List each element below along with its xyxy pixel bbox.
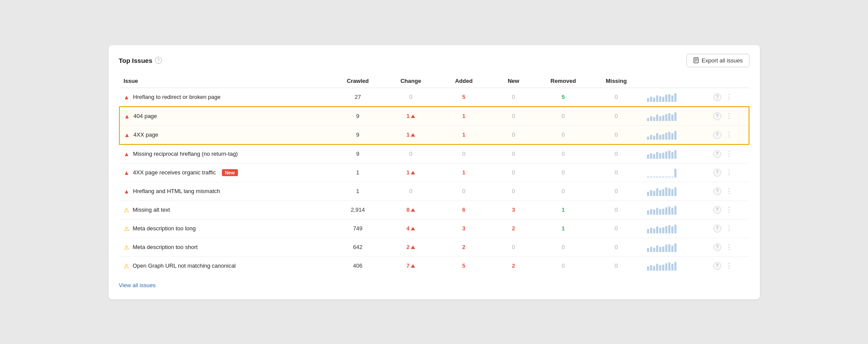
missing-cell: 0 <box>590 144 643 164</box>
removed-cell: 5 <box>537 88 590 107</box>
cell-value: 1 <box>462 169 465 176</box>
title-help-icon[interactable]: ? <box>155 57 162 64</box>
chart-bar <box>662 134 664 140</box>
col-issue: Issue <box>119 74 331 88</box>
chart-bar <box>674 93 677 102</box>
chart-bar <box>647 229 649 233</box>
chart-bar <box>662 177 664 177</box>
removed-cell: 0 <box>537 163 590 182</box>
chart-bar <box>668 113 670 121</box>
chart-bar <box>659 228 661 233</box>
cell-value: 0 <box>615 94 618 100</box>
missing-cell: 0 <box>590 163 643 182</box>
up-arrow-icon <box>411 227 415 230</box>
card-title: Top Issues <box>119 57 152 64</box>
crawled-value: 9 <box>356 113 359 119</box>
cell-value: 0 <box>615 131 618 138</box>
table-row: ▲ 4XX page receives organic traffic New … <box>119 163 749 182</box>
row-menu-icon[interactable]: ⋮ <box>725 262 734 270</box>
top-issues-card: Top Issues ? Export all issues Issue Cra… <box>109 45 760 299</box>
chart-bar <box>650 177 652 177</box>
chart-bar <box>659 135 661 140</box>
view-all-link[interactable]: View all issues <box>119 282 156 288</box>
chart-bar <box>668 225 670 233</box>
row-help-icon[interactable]: ? <box>713 206 721 214</box>
row-help-icon[interactable]: ? <box>713 243 721 251</box>
change-value: 0 <box>409 94 412 100</box>
chart-bar <box>659 153 661 159</box>
row-menu-icon[interactable]: ⋮ <box>725 243 734 251</box>
export-button[interactable]: Export all issues <box>686 54 749 67</box>
row-menu-icon[interactable]: ⋮ <box>725 131 734 139</box>
removed-cell: 0 <box>537 256 590 275</box>
row-menu-icon[interactable]: ⋮ <box>725 112 734 120</box>
chart-bar <box>671 226 673 233</box>
chart-cell <box>643 107 709 126</box>
table-row: ▲ Missing reciprocal hreflang (no return… <box>119 144 749 164</box>
row-help-icon[interactable]: ? <box>713 262 721 270</box>
mini-chart <box>647 111 705 121</box>
chart-bar <box>656 177 658 177</box>
chart-bar <box>647 210 649 215</box>
issue-cell: ⚠ Meta description too long <box>119 219 331 238</box>
row-help-icon[interactable]: ? <box>713 169 721 177</box>
change-value: 0 <box>409 188 412 194</box>
chart-bar <box>674 225 677 233</box>
row-menu-icon[interactable]: ⋮ <box>725 187 734 195</box>
up-arrow-icon <box>411 115 415 118</box>
row-menu-icon[interactable]: ⋮ <box>725 206 734 214</box>
row-help-icon[interactable]: ? <box>713 150 721 158</box>
chart-bar <box>668 262 670 271</box>
cell-value: 5 <box>462 94 465 100</box>
crawled-cell: 406 <box>331 256 384 275</box>
change-cell: 1 <box>384 163 437 182</box>
missing-cell: 0 <box>590 256 643 275</box>
issue-name: 404 page <box>133 113 157 119</box>
row-help-icon[interactable]: ? <box>713 93 721 101</box>
cell-value: 0 <box>615 206 618 213</box>
cell-value: 0 <box>615 244 618 250</box>
change-value: 1 <box>389 169 433 176</box>
error-icon: ▲ <box>124 131 130 138</box>
crawled-value: 1 <box>356 169 359 176</box>
issue-name: Missing alt text <box>133 206 170 213</box>
chart-bar <box>665 207 667 215</box>
row-menu-icon[interactable]: ⋮ <box>725 93 734 101</box>
chart-cell <box>643 163 709 182</box>
cell-value: 0 <box>615 188 618 194</box>
row-help-icon[interactable]: ? <box>713 225 721 233</box>
actions-cell: ? ⋮ <box>709 125 749 144</box>
error-icon: ▲ <box>124 94 130 101</box>
removed-cell: 0 <box>537 107 590 126</box>
chart-bar <box>671 152 673 159</box>
new-cell: 0 <box>490 107 537 126</box>
row-menu-icon[interactable]: ⋮ <box>725 224 734 233</box>
chart-bar <box>668 94 670 102</box>
actions-cell: ? ⋮ <box>709 256 749 275</box>
removed-cell: 0 <box>537 144 590 164</box>
chart-bar <box>665 133 667 140</box>
row-help-icon[interactable]: ? <box>713 112 721 120</box>
row-help-icon[interactable]: ? <box>713 131 721 139</box>
row-menu-icon[interactable]: ⋮ <box>725 168 734 177</box>
change-value: 0 <box>409 151 412 157</box>
crawled-value: 749 <box>353 225 363 232</box>
row-menu-icon[interactable]: ⋮ <box>725 150 734 158</box>
actions-cell: ? ⋮ <box>709 182 749 200</box>
issue-name: 4XX page <box>133 131 158 138</box>
chart-bar <box>653 191 655 196</box>
cell-value: 0 <box>561 262 564 269</box>
export-label: Export all issues <box>702 57 743 64</box>
chart-bar <box>668 206 670 215</box>
table-row: ▲ 4XX page 9 1 1 0 0 0 ? ⋮ <box>119 125 749 144</box>
chart-bar <box>650 209 652 215</box>
change-cell: 0 <box>384 88 437 107</box>
row-help-icon[interactable]: ? <box>713 187 721 195</box>
issue-cell: ▲ Hreflang and HTML lang mismatch <box>119 182 331 200</box>
actions-cell: ? ⋮ <box>709 219 749 238</box>
chart-bar <box>653 98 655 102</box>
crawled-value: 642 <box>353 244 363 250</box>
cell-value: 0 <box>512 244 515 250</box>
chart-cell <box>643 219 709 238</box>
missing-cell: 0 <box>590 107 643 126</box>
